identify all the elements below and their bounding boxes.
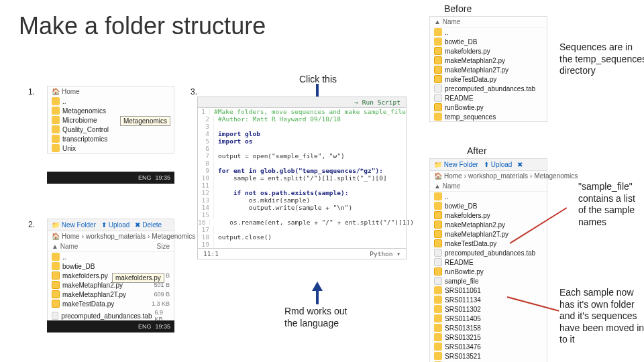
code-line: 17: [198, 226, 406, 233]
col-name: Name: [60, 243, 78, 250]
list-item[interactable]: Metagenomics: [48, 106, 174, 115]
bc-workshop: workshop_materials: [86, 233, 146, 240]
list-item[interactable]: SRS013215: [430, 333, 547, 342]
file-icon: [434, 239, 442, 247]
taskbar-lang: ENG: [138, 174, 152, 181]
file-name: README: [445, 259, 543, 266]
file-name: runBowtie.py: [445, 104, 543, 111]
file-icon: [434, 38, 442, 46]
file-icon: [52, 125, 60, 133]
rmd-callout: Rmd works out the language: [284, 306, 358, 329]
file-icon: [434, 202, 442, 210]
list-item[interactable]: bowtie_DB: [430, 37, 547, 46]
run-script-button[interactable]: → Run Script: [354, 99, 400, 106]
bc-meta: Metagenomics: [152, 233, 195, 240]
list-item[interactable]: makeMetaphlan2T.py609 B: [48, 290, 174, 299]
code-line: 12 if not os.path.exists(sample):: [198, 189, 406, 196]
list-item[interactable]: README: [430, 257, 547, 267]
file-icon: [434, 84, 442, 93]
file-icon: [52, 262, 60, 270]
file-icon: [434, 324, 442, 332]
step-2-label: 2.: [28, 220, 35, 229]
file-icon: [434, 75, 442, 83]
code-line: 14 output.write(sample + "\n"): [198, 204, 406, 211]
list-item[interactable]: bowtie_DB: [48, 261, 174, 271]
code-line: 16 os.rename(ent, sample + "/" + ent.spl…: [198, 219, 406, 226]
list-item[interactable]: SRS013476: [430, 342, 547, 351]
list-item[interactable]: SRS011061: [430, 286, 547, 295]
folder-icon: [434, 28, 442, 36]
file-icon: [434, 230, 442, 238]
up-row[interactable]: ..: [48, 252, 174, 261]
list-item[interactable]: transcriptomics: [48, 134, 174, 143]
list-item[interactable]: precomputed_abundances.tab: [430, 248, 547, 257]
list-item[interactable]: bowtie_DB: [430, 201, 547, 210]
delete-button[interactable]: ✖: [517, 161, 523, 168]
file-icon: [434, 267, 442, 276]
file-icon: [434, 94, 442, 102]
language-indicator[interactable]: Python ▾: [370, 250, 400, 257]
file-name: makefolders.py: [445, 48, 543, 55]
breadcrumb-home: Home: [62, 88, 80, 95]
arrow-up-icon: [312, 282, 323, 291]
file-name: temp_sequences: [445, 113, 543, 121]
list-item[interactable]: makeMetaphlan2.py: [430, 56, 547, 65]
list-item[interactable]: SRS013158: [430, 323, 547, 333]
list-item[interactable]: SRS013521: [430, 351, 547, 361]
up-row[interactable]: ..: [430, 192, 547, 201]
list-item[interactable]: Unix: [48, 143, 174, 153]
code-line: 9for ent in glob.glob("temp_sequences/*g…: [198, 167, 406, 174]
list-item[interactable]: makefolders.py: [430, 210, 547, 220]
list-item[interactable]: makeMetaphlan2.py: [430, 220, 547, 229]
file-icon: [434, 314, 442, 322]
file-icon: [52, 107, 60, 115]
file-explorer-before: ▲ Name .. bowtie_DBmakefolders.pymakeMet…: [429, 16, 547, 122]
list-item[interactable]: makeTestData.py: [430, 74, 547, 84]
up-row[interactable]: ..: [48, 97, 174, 106]
code-line: 5import os: [198, 137, 406, 145]
delete-button[interactable]: ✖ Delete: [135, 221, 162, 229]
file-name: bowtie_DB: [445, 202, 543, 210]
list-item[interactable]: SRS011405: [430, 314, 547, 323]
file-explorer-after: 📁 New Folder ⬆ Upload ✖ 🏠 Home › worksho…: [429, 158, 547, 362]
up-row[interactable]: ..: [430, 27, 547, 37]
list-item[interactable]: makeMetaphlan2T.py: [430, 65, 547, 74]
list-item[interactable]: makeTestData.py1.3 KB: [48, 299, 174, 308]
upload-button[interactable]: ⬆ Upload: [101, 221, 129, 229]
before-label: Before: [444, 3, 472, 14]
file-name: bowtie_DB: [445, 38, 543, 46]
sample-file-callout: "sample_file" contains a list of the sam…: [578, 181, 644, 228]
list-item[interactable]: makeTestData.py: [430, 239, 547, 248]
file-icon: [434, 66, 442, 74]
file-name: Quality_Control: [62, 126, 170, 133]
file-name: makeMetaphlan2.py: [445, 57, 543, 64]
file-name: precomputed_abundances.tab: [61, 312, 152, 320]
list-item[interactable]: temp_sequences: [430, 112, 547, 121]
new-folder-button[interactable]: 📁 New Folder: [52, 221, 96, 229]
list-item[interactable]: makefolders.py: [430, 46, 547, 56]
file-icon: [434, 286, 442, 294]
list-item[interactable]: SRS011302: [430, 304, 547, 314]
slide-title: Make a folder structure: [19, 12, 266, 40]
file-name: makeTestData.py: [445, 240, 543, 247]
home-icon: 🏠: [52, 88, 60, 95]
code-line: 18output.close(): [198, 233, 406, 241]
upload-button[interactable]: ⬆ Upload: [484, 161, 512, 168]
list-item[interactable]: Quality_Control: [48, 125, 174, 134]
folder-icon: [52, 253, 60, 261]
list-item[interactable]: precomputed_abundances.tab: [430, 84, 547, 93]
code-line: 6: [198, 145, 406, 152]
col-name: Name: [443, 182, 461, 190]
code-line: 15: [198, 211, 406, 219]
list-item[interactable]: README: [430, 93, 547, 103]
file-icon: [52, 144, 60, 152]
file-name: Unix: [62, 145, 170, 152]
list-item[interactable]: sample_file: [430, 276, 547, 286]
file-icon: [52, 290, 60, 298]
file-icon: [434, 113, 442, 121]
list-item[interactable]: runBowtie.py: [430, 103, 547, 112]
file-icon: [52, 281, 60, 289]
list-item[interactable]: runBowtie.py: [430, 267, 547, 276]
col-size: Size: [157, 243, 170, 250]
new-folder-button[interactable]: 📁 New Folder: [434, 161, 478, 168]
